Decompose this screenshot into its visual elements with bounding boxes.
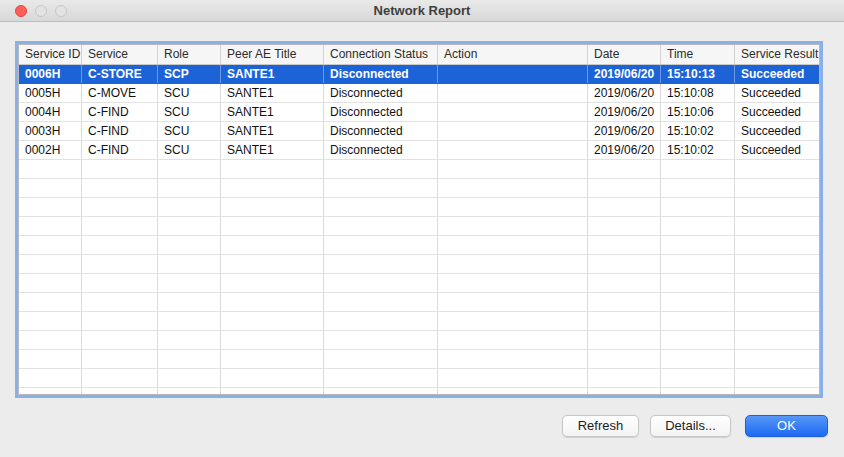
empty-cell: [735, 293, 819, 311]
empty-cell: [438, 160, 588, 178]
cell: Succeeded: [735, 84, 819, 102]
empty-cell: [588, 331, 661, 349]
empty-cell: [158, 274, 221, 292]
empty-cell: [82, 236, 158, 254]
empty-cell: [324, 255, 438, 273]
table-empty-row: [19, 388, 819, 395]
empty-cell: [19, 179, 82, 197]
cell: C-FIND: [82, 141, 158, 159]
column-header-role[interactable]: Role: [158, 45, 221, 64]
cell: [438, 65, 588, 83]
cell: SANTE1: [221, 103, 324, 121]
table-body: 0006HC-STORESCPSANTE1Disconnected2019/06…: [19, 65, 819, 395]
empty-cell: [82, 160, 158, 178]
empty-cell: [661, 179, 735, 197]
empty-cell: [438, 331, 588, 349]
empty-cell: [438, 350, 588, 368]
table-row[interactable]: 0002HC-FINDSCUSANTE1Disconnected2019/06/…: [19, 141, 819, 160]
empty-cell: [19, 331, 82, 349]
details-button[interactable]: Details...: [650, 415, 731, 437]
empty-cell: [221, 217, 324, 235]
ok-button[interactable]: OK: [745, 415, 828, 437]
empty-cell: [735, 312, 819, 330]
empty-cell: [158, 217, 221, 235]
empty-cell: [82, 198, 158, 216]
cell: C-MOVE: [82, 84, 158, 102]
cell: 0004H: [19, 103, 82, 121]
cell: SANTE1: [221, 122, 324, 140]
empty-cell: [588, 160, 661, 178]
cell: Succeeded: [735, 103, 819, 121]
empty-cell: [588, 198, 661, 216]
table-empty-row: [19, 274, 819, 293]
empty-cell: [661, 350, 735, 368]
empty-cell: [324, 274, 438, 292]
empty-cell: [661, 369, 735, 387]
empty-cell: [82, 388, 158, 395]
empty-cell: [19, 293, 82, 311]
column-header-action[interactable]: Action: [438, 45, 588, 64]
empty-cell: [82, 255, 158, 273]
cell: SCU: [158, 122, 221, 140]
empty-cell: [735, 255, 819, 273]
table-empty-row: [19, 160, 819, 179]
cell: C-FIND: [82, 122, 158, 140]
empty-cell: [82, 293, 158, 311]
empty-cell: [438, 198, 588, 216]
empty-cell: [661, 312, 735, 330]
empty-cell: [735, 217, 819, 235]
table-row-selected[interactable]: 0006HC-STORESCPSANTE1Disconnected2019/06…: [19, 65, 819, 84]
column-header-time[interactable]: Time: [661, 45, 735, 64]
column-header-service-result[interactable]: Service Result: [735, 45, 819, 64]
empty-cell: [221, 236, 324, 254]
empty-cell: [588, 236, 661, 254]
column-header-service[interactable]: Service: [82, 45, 158, 64]
empty-cell: [82, 331, 158, 349]
table-empty-row: [19, 236, 819, 255]
empty-cell: [661, 388, 735, 395]
empty-cell: [588, 274, 661, 292]
cell: 2019/06/20: [588, 103, 661, 121]
table-empty-row: [19, 293, 819, 312]
empty-cell: [588, 217, 661, 235]
cell: C-STORE: [82, 65, 158, 83]
empty-cell: [324, 217, 438, 235]
titlebar: Network Report: [0, 0, 844, 22]
cell: 15:10:02: [661, 122, 735, 140]
table-row[interactable]: 0004HC-FINDSCUSANTE1Disconnected2019/06/…: [19, 103, 819, 122]
empty-cell: [324, 179, 438, 197]
empty-cell: [158, 236, 221, 254]
table-row[interactable]: 0003HC-FINDSCUSANTE1Disconnected2019/06/…: [19, 122, 819, 141]
empty-cell: [324, 293, 438, 311]
empty-cell: [324, 350, 438, 368]
empty-cell: [221, 331, 324, 349]
cell: SCP: [158, 65, 221, 83]
empty-cell: [158, 388, 221, 395]
cell: SANTE1: [221, 84, 324, 102]
refresh-button[interactable]: Refresh: [562, 415, 639, 437]
table-empty-row: [19, 350, 819, 369]
cell: 15:10:06: [661, 103, 735, 121]
table-row[interactable]: 0005HC-MOVESCUSANTE1Disconnected2019/06/…: [19, 84, 819, 103]
column-header-date[interactable]: Date: [588, 45, 661, 64]
cell: Disconnected: [324, 65, 438, 83]
network-report-table-focus-ring: Service IDServiceRolePeer AE TitleConnec…: [15, 41, 823, 398]
empty-cell: [82, 312, 158, 330]
table-header-row: Service IDServiceRolePeer AE TitleConnec…: [19, 45, 819, 65]
empty-cell: [661, 160, 735, 178]
empty-cell: [221, 160, 324, 178]
cell: 0002H: [19, 141, 82, 159]
column-header-peer-ae-title[interactable]: Peer AE Title: [221, 45, 324, 64]
column-header-service-id[interactable]: Service ID: [19, 45, 82, 64]
empty-cell: [19, 369, 82, 387]
empty-cell: [661, 255, 735, 273]
empty-cell: [158, 312, 221, 330]
cell: Succeeded: [735, 122, 819, 140]
empty-cell: [438, 274, 588, 292]
cell: Disconnected: [324, 84, 438, 102]
empty-cell: [735, 274, 819, 292]
cell: SANTE1: [221, 141, 324, 159]
cell: SANTE1: [221, 65, 324, 83]
column-header-connection-status[interactable]: Connection Status: [324, 45, 438, 64]
empty-cell: [661, 198, 735, 216]
